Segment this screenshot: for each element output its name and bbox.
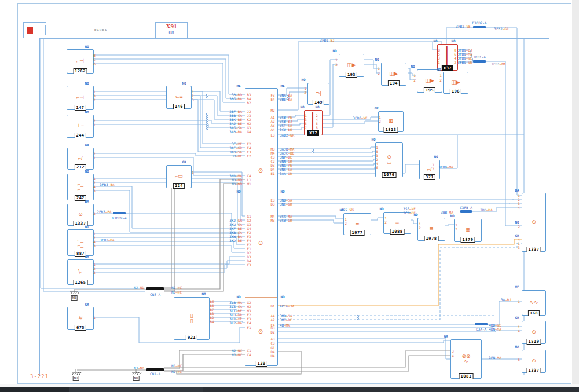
pin-label: 1 xyxy=(518,325,520,329)
component-label: 168 xyxy=(528,310,540,316)
ecu-wire-label: ND–NO xyxy=(197,178,242,182)
pin-label: 1 xyxy=(518,299,520,303)
wire-label: 3BD–MA xyxy=(480,208,493,212)
pin-label: 2 xyxy=(376,157,378,162)
ecu-pin: D3 xyxy=(270,163,274,167)
ecu-wire-label: ND–NO xyxy=(197,182,242,186)
ecu-connector-label: NO xyxy=(236,295,240,299)
pin-label: 7 xyxy=(305,126,307,130)
ecu-pin: J3 xyxy=(247,113,251,118)
sheet-subcode: 08 xyxy=(156,30,187,35)
inline-connector-label: 3FB1-A xyxy=(473,55,486,59)
connector-label: GR xyxy=(515,233,519,237)
ecu-pin: E3 xyxy=(270,198,274,202)
connector-label: NO xyxy=(201,292,206,296)
ecu-wire-label: 3KU–SA xyxy=(197,222,242,226)
pin-label: 3 xyxy=(93,244,96,248)
component-label: 194 xyxy=(388,80,400,86)
wire-label: 3A–BJ xyxy=(501,298,511,302)
ecu-pin: A4 xyxy=(270,127,274,131)
ecu-wire-label: 3MT–BE xyxy=(280,318,292,322)
ecu-wire-label: 3B–BD xyxy=(197,93,242,97)
ecu-pin: A2 xyxy=(270,318,274,322)
taskbar-segment[interactable] xyxy=(69,387,203,392)
connector-label: NO xyxy=(433,39,437,43)
pin-label: 5 xyxy=(305,122,307,126)
ecu-pin: K2 xyxy=(247,118,251,122)
ecu-pin: F4 xyxy=(247,146,251,150)
ecu-pin: E1 xyxy=(247,247,251,251)
pin-label: 3 xyxy=(518,202,520,206)
component-label: 1879 xyxy=(461,237,475,243)
pin-label: 1 xyxy=(304,86,306,90)
taskbar-segment[interactable] xyxy=(0,387,69,392)
ecu-pin: G4 xyxy=(247,226,251,230)
inline-connector-label: E3A-A xyxy=(476,327,486,331)
pin-label: 1 xyxy=(376,145,378,149)
component-label: 1076 xyxy=(382,172,397,178)
ecu-pin: G2 xyxy=(247,301,251,305)
ecu-pin: G3 xyxy=(247,126,251,130)
component-1265: ∖⌐1265 xyxy=(67,259,94,285)
ecu-wire-label: 3KJ–GR xyxy=(197,218,242,222)
pin-label: 8 xyxy=(316,126,318,130)
pin-label: 3 xyxy=(93,189,96,193)
ecu-pin: D4 xyxy=(247,259,251,263)
ecu-pin: G3 xyxy=(247,222,251,226)
pin-label: 2 xyxy=(304,90,306,94)
connector-label: NO xyxy=(315,105,319,109)
ecu-pin: C2 xyxy=(270,159,274,163)
component-1076: ⊙ ▭1076 xyxy=(375,142,403,177)
pin-label: 1 xyxy=(93,262,96,266)
ecu-pin: H2 xyxy=(247,122,251,126)
component-label: 1977 xyxy=(350,230,365,236)
ecu-wire-label: 3MB–SA xyxy=(280,314,292,318)
wire-label: NJ–NC xyxy=(171,364,182,368)
component-1813: ⊠1813 xyxy=(378,111,404,132)
ecu-pin: M4 xyxy=(270,214,274,218)
component-label: 193 xyxy=(346,72,357,78)
pin-label: 4 xyxy=(518,329,520,333)
ecu-pin: C4 xyxy=(247,174,251,178)
wire-label: 2FB3–BA xyxy=(97,210,111,214)
connector-label: NO xyxy=(85,255,89,259)
connector-label: GR xyxy=(182,160,186,164)
ecu-pin: G4 xyxy=(247,130,251,134)
wire-label: 3FB0–VE xyxy=(353,116,367,120)
ecu-pin: H4 xyxy=(270,354,274,358)
pin-label: 2 xyxy=(335,63,338,67)
component-675: ≋675 xyxy=(67,307,94,330)
pin-label: 3 xyxy=(93,211,96,215)
connector-label: BA xyxy=(85,199,89,203)
connector-label: NO xyxy=(332,49,336,53)
ecu-wire-label: NJ–NC xyxy=(197,349,242,353)
ecu-pin: F4 xyxy=(247,321,251,325)
connector-label: GR xyxy=(85,302,89,306)
taskbar[interactable] xyxy=(0,387,579,392)
ecu-wire-label: 3LS–SA xyxy=(197,305,242,309)
wire-label: NJ–ND xyxy=(134,366,144,370)
ecu-wire-label: 3BG–BA xyxy=(197,97,242,101)
wire-label: 3FB3–BA xyxy=(100,182,114,186)
wire-label: 3FB9–BJ xyxy=(457,48,472,52)
pin-label: 2 xyxy=(379,119,381,123)
pin-label: 6 xyxy=(518,357,520,361)
ecu-wire-label: 3KW–BA xyxy=(197,235,242,239)
ecu-wire-label: 3KB–SA xyxy=(197,230,242,235)
connector-label: BA xyxy=(515,188,519,192)
pin-label: 4 xyxy=(518,237,520,241)
pin-label: 2 xyxy=(345,221,347,225)
component-1337: ⊙1337 xyxy=(67,204,94,226)
pin-label: 1 xyxy=(384,216,387,220)
ecu-wire-label: 3NN–GR xyxy=(280,159,292,163)
pin-label: 1 xyxy=(93,177,96,181)
taskbar-segment[interactable] xyxy=(203,387,579,392)
ecu-wire-label: 3CW–GR xyxy=(280,218,292,222)
ecu-pin: E3 xyxy=(247,150,251,154)
ecu-pin: A3 xyxy=(270,123,274,127)
pin-label: 1 xyxy=(455,223,457,227)
pin-label: 3 xyxy=(192,98,194,102)
component-1519: ⊙1519 xyxy=(522,321,546,344)
ecu-wire-label: 3CB–BJ xyxy=(280,119,292,123)
ecu-pin: D1 xyxy=(270,304,274,308)
